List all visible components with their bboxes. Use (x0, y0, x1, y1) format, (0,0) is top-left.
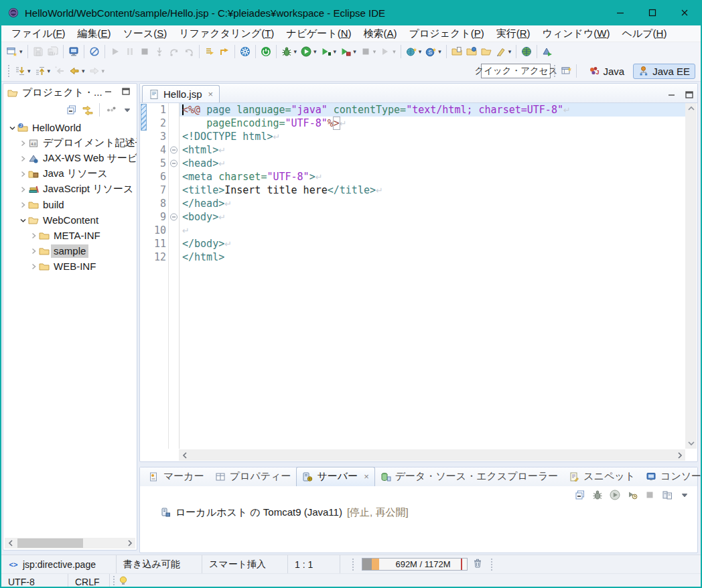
code-line-4[interactable]: <html>↵ (182, 143, 685, 157)
garbage-collect-button[interactable] (472, 558, 483, 571)
new-servlet-dropdown-arrow[interactable]: ▾ (438, 48, 441, 55)
collapse-all-button[interactable] (64, 102, 79, 118)
highlighter-dropdown-arrow[interactable]: ▾ (508, 48, 512, 55)
code-line-12[interactable]: </html> (182, 250, 685, 264)
tab-データ・ソース・エクスプローラー[interactable]: データ・ソース・エクスプローラー (375, 467, 564, 486)
tree-item-web-inf[interactable]: WEB-INF (3, 259, 137, 274)
fold-marker-icon[interactable] (169, 143, 179, 157)
tree-item--h[interactable]: 4.0デプロイメント記述子: H (3, 135, 137, 151)
next-annotation-button[interactable]: ▾ (13, 63, 33, 79)
scroll-left-icon[interactable] (5, 538, 16, 548)
run-external-dropdown-arrow[interactable]: ▾ (353, 48, 356, 55)
tree-item-java-[interactable]: Java リソース (3, 166, 137, 181)
debug-dropdown-arrow[interactable]: ▾ (294, 48, 297, 55)
close-tab-icon[interactable]: × (364, 471, 369, 482)
launch-power-button[interactable] (259, 44, 273, 60)
code-line-6[interactable]: <meta charset="UTF-8">↵ (182, 170, 685, 183)
debug-button[interactable]: ▾ (279, 44, 299, 60)
expanded-arrow-icon[interactable] (17, 215, 28, 226)
tree-item-javascript-[interactable]: JavaScript リソース (3, 181, 137, 197)
maximize-view-button[interactable] (121, 86, 131, 99)
view-menu-button[interactable] (677, 487, 692, 503)
collapsed-arrow-icon[interactable] (27, 246, 39, 256)
code-line-3[interactable]: <!DOCTYPE html>↵ (182, 130, 685, 143)
menu-item-9[interactable]: ヘルプ(H) (616, 26, 673, 42)
scroll-right-icon[interactable] (124, 538, 135, 548)
explorer-hscrollbar[interactable] (5, 538, 135, 548)
tree-item-meta-inf[interactable]: META-INF (3, 228, 137, 243)
code-line-11[interactable]: </body>↵ (182, 237, 685, 250)
debug-server-button[interactable] (590, 487, 605, 503)
ws-explorer-button[interactable] (540, 44, 555, 60)
perspective-java-ee[interactable]: Java EE (633, 64, 695, 79)
tab-hello-jsp[interactable]: Hello.jsp × (142, 85, 220, 102)
prev-annotation-button[interactable]: ▾ (33, 63, 53, 79)
tab-スニペット[interactable]: スニペット (563, 467, 640, 486)
server-entry[interactable]: ローカルホスト の Tomcat9 (Java11) [停止, 再公開] (140, 504, 697, 521)
back-button[interactable]: ▾ (67, 63, 87, 79)
code-line-5[interactable]: <head>↵ (182, 157, 685, 170)
highlighter-button[interactable]: ▾ (494, 44, 514, 60)
minimize-editor-button[interactable] (666, 90, 677, 102)
server-gear-button[interactable] (238, 44, 253, 60)
fold-marker-icon[interactable] (169, 157, 179, 170)
tips-lightbulb-button[interactable] (118, 575, 129, 588)
heap-status[interactable]: 692M / 1172M (362, 558, 468, 571)
collapsed-arrow-icon[interactable] (17, 138, 28, 149)
tree-item-build[interactable]: build (3, 197, 137, 212)
start-server-button[interactable] (608, 487, 622, 503)
code-line-1[interactable]: <%@ page language="java" contentType="te… (180, 103, 685, 117)
tree-item-jax-ws-web-[interactable]: JAX-WS Web サービス (3, 151, 137, 166)
maximize-editor-button[interactable] (684, 90, 695, 102)
tree-item-helloworld[interactable]: JHelloWorld (3, 120, 137, 135)
tab-サーバー[interactable]: サーバー× (296, 467, 374, 486)
editor-vscrollbar[interactable] (685, 103, 697, 449)
scroll-left-icon[interactable] (179, 450, 190, 461)
menu-item-6[interactable]: プロジェクト(P) (403, 26, 490, 42)
new-web-project-button[interactable]: ★▾ (404, 44, 424, 60)
menu-item-7[interactable]: 実行(R) (490, 26, 537, 42)
drop-frame-button[interactable] (217, 44, 232, 60)
new-wizard-dropdown-arrow[interactable]: ▾ (19, 48, 23, 55)
import-file-button[interactable] (449, 44, 464, 60)
collapsed-arrow-icon[interactable] (17, 200, 28, 210)
coverage-button[interactable]: ▾ (319, 44, 339, 60)
step-filters-button[interactable] (202, 44, 217, 60)
collapsed-arrow-icon[interactable] (17, 153, 28, 164)
prev-annotation-dropdown-arrow[interactable]: ▾ (48, 68, 51, 74)
collapsed-arrow-icon[interactable] (27, 230, 39, 241)
code-area[interactable]: <%@ page language="java" contentType="te… (180, 103, 685, 449)
tab-project-explorer[interactable]: プロジェクト・... × (7, 86, 103, 99)
maximize-button[interactable] (636, 0, 669, 25)
new-web-project-dropdown-arrow[interactable]: ▾ (419, 48, 422, 55)
close-tab-icon[interactable]: × (208, 89, 214, 99)
tree-item-webcontent[interactable]: WebContent (3, 212, 137, 228)
new-wizard-button[interactable]: ★▾ (5, 44, 25, 60)
tab-プロパティー[interactable]: プロパティー (210, 467, 297, 486)
editor-hscrollbar[interactable] (179, 449, 685, 461)
open-perspective-button[interactable]: ★ (559, 63, 573, 79)
minimize-view-button[interactable] (103, 86, 114, 99)
minimize-button[interactable] (604, 0, 636, 25)
scroll-up-icon[interactable] (685, 103, 697, 114)
code-line-2[interactable]: pageEncoding="UTF-8"%>↵ (182, 117, 685, 130)
monitor-button[interactable] (66, 44, 81, 60)
tree-item-sample[interactable]: sample (3, 243, 137, 259)
tab-コンソール[interactable]: コンソール (640, 467, 702, 486)
quick-access-field[interactable]: クイック・アクセス (481, 64, 551, 78)
fold-marker-icon[interactable] (169, 210, 179, 224)
menu-item-5[interactable]: 検索(A) (358, 26, 403, 42)
code-line-7[interactable]: <title>Insert title here</title>↵ (182, 183, 685, 197)
scroll-down-icon[interactable] (685, 438, 697, 449)
code-line-10[interactable]: ↵ (182, 224, 685, 237)
tab-マーカー[interactable]: マーカー (143, 467, 210, 486)
perspective-java[interactable]: JJava (583, 64, 630, 79)
close-button[interactable] (669, 0, 701, 25)
code-line-9[interactable]: <body>↵ (182, 210, 685, 224)
view-dots-button[interactable] (104, 102, 119, 118)
publish-server-button[interactable] (660, 487, 675, 503)
web-browser-button[interactable] (519, 44, 534, 60)
coverage-dropdown-arrow[interactable]: ▾ (334, 48, 337, 55)
collapsed-arrow-icon[interactable] (17, 169, 28, 179)
menu-item-2[interactable]: ソース(S) (117, 26, 173, 42)
